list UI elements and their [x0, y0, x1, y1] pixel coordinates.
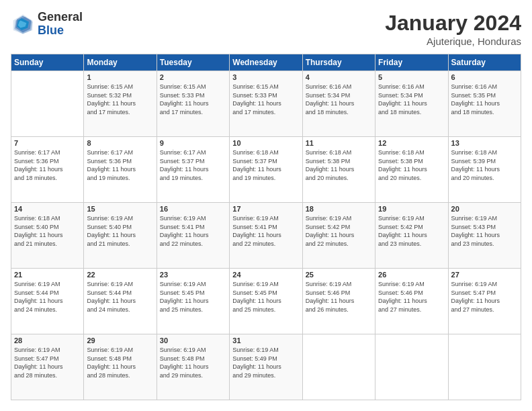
- day-number: 23: [160, 271, 226, 279]
- day-info: Sunrise: 6:19 AMSunset: 5:48 PMDaylight:…: [87, 346, 153, 379]
- header: General Blue January 2024 Ajuterique, Ho…: [11, 11, 521, 47]
- day-number: 15: [87, 205, 153, 213]
- day-info: Sunrise: 6:16 AMSunset: 5:35 PMDaylight:…: [451, 83, 518, 116]
- day-number: 14: [14, 205, 81, 213]
- calendar-cell: 16Sunrise: 6:19 AMSunset: 5:41 PMDayligh…: [157, 203, 229, 269]
- calendar-week-2: 7Sunrise: 6:17 AMSunset: 5:36 PMDaylight…: [11, 137, 521, 203]
- day-number: 3: [232, 73, 299, 81]
- location: Ajuterique, Honduras: [385, 36, 521, 47]
- calendar-cell: 28Sunrise: 6:19 AMSunset: 5:47 PMDayligh…: [11, 334, 84, 400]
- calendar-cell: 12Sunrise: 6:18 AMSunset: 5:38 PMDayligh…: [375, 137, 448, 203]
- calendar-cell: 26Sunrise: 6:19 AMSunset: 5:46 PMDayligh…: [375, 269, 448, 334]
- day-info: Sunrise: 6:18 AMSunset: 5:39 PMDaylight:…: [451, 148, 518, 182]
- calendar-cell: 7Sunrise: 6:17 AMSunset: 5:36 PMDaylight…: [11, 137, 84, 203]
- calendar-cell: 21Sunrise: 6:19 AMSunset: 5:44 PMDayligh…: [11, 269, 84, 334]
- day-info: Sunrise: 6:19 AMSunset: 5:46 PMDaylight:…: [378, 280, 445, 314]
- day-info: Sunrise: 6:19 AMSunset: 5:40 PMDaylight:…: [87, 214, 153, 248]
- day-number: 17: [232, 205, 299, 213]
- day-number: 5: [378, 73, 445, 81]
- logo-general-text: General: [38, 11, 83, 24]
- calendar-cell: 25Sunrise: 6:19 AMSunset: 5:46 PMDayligh…: [302, 269, 375, 334]
- day-number: 26: [378, 271, 445, 279]
- calendar-week-4: 21Sunrise: 6:19 AMSunset: 5:44 PMDayligh…: [11, 269, 521, 334]
- calendar-cell: [375, 334, 448, 400]
- calendar-cell: 11Sunrise: 6:18 AMSunset: 5:38 PMDayligh…: [302, 137, 375, 203]
- day-info: Sunrise: 6:15 AMSunset: 5:32 PMDaylight:…: [87, 83, 153, 116]
- calendar-cell: 15Sunrise: 6:19 AMSunset: 5:40 PMDayligh…: [84, 203, 157, 269]
- calendar-cell: 1Sunrise: 6:15 AMSunset: 5:32 PMDaylight…: [84, 71, 157, 137]
- day-info: Sunrise: 6:18 AMSunset: 5:37 PMDaylight:…: [232, 148, 299, 182]
- day-number: 16: [160, 205, 226, 213]
- calendar-header-row: Sunday Monday Tuesday Wednesday Thursday…: [11, 54, 521, 71]
- calendar-cell: 10Sunrise: 6:18 AMSunset: 5:37 PMDayligh…: [230, 137, 302, 203]
- calendar-cell: 5Sunrise: 6:16 AMSunset: 5:34 PMDaylight…: [375, 71, 448, 137]
- day-number: 4: [306, 73, 372, 81]
- calendar-cell: [302, 334, 375, 400]
- day-info: Sunrise: 6:19 AMSunset: 5:43 PMDaylight:…: [451, 214, 518, 248]
- col-friday: Friday: [375, 54, 448, 71]
- day-info: Sunrise: 6:19 AMSunset: 5:46 PMDaylight:…: [306, 280, 372, 314]
- day-info: Sunrise: 6:17 AMSunset: 5:36 PMDaylight:…: [87, 148, 153, 182]
- day-number: 21: [14, 271, 81, 279]
- day-number: 12: [378, 139, 445, 147]
- day-info: Sunrise: 6:16 AMSunset: 5:34 PMDaylight:…: [378, 83, 445, 116]
- day-info: Sunrise: 6:15 AMSunset: 5:33 PMDaylight:…: [160, 83, 226, 116]
- calendar-cell: 27Sunrise: 6:19 AMSunset: 5:47 PMDayligh…: [448, 269, 521, 334]
- day-info: Sunrise: 6:19 AMSunset: 5:41 PMDaylight:…: [232, 214, 299, 248]
- calendar-cell: 31Sunrise: 6:19 AMSunset: 5:49 PMDayligh…: [230, 334, 302, 400]
- day-number: 13: [451, 139, 518, 147]
- day-number: 8: [87, 139, 153, 147]
- calendar-cell: 30Sunrise: 6:19 AMSunset: 5:48 PMDayligh…: [157, 334, 229, 400]
- col-tuesday: Tuesday: [157, 54, 229, 71]
- day-info: Sunrise: 6:15 AMSunset: 5:33 PMDaylight:…: [232, 83, 299, 116]
- day-info: Sunrise: 6:19 AMSunset: 5:47 PMDaylight:…: [451, 280, 518, 314]
- day-number: 29: [87, 336, 153, 345]
- calendar-week-5: 28Sunrise: 6:19 AMSunset: 5:47 PMDayligh…: [11, 334, 521, 400]
- col-saturday: Saturday: [448, 54, 521, 71]
- day-number: 25: [306, 271, 372, 279]
- day-info: Sunrise: 6:19 AMSunset: 5:42 PMDaylight:…: [306, 214, 372, 248]
- calendar-table: Sunday Monday Tuesday Wednesday Thursday…: [11, 54, 521, 400]
- day-number: 7: [14, 139, 81, 147]
- day-info: Sunrise: 6:17 AMSunset: 5:36 PMDaylight:…: [14, 148, 81, 182]
- logo: General Blue: [11, 11, 83, 38]
- month-title: January 2024: [385, 11, 521, 36]
- col-thursday: Thursday: [302, 54, 375, 71]
- calendar-cell: 18Sunrise: 6:19 AMSunset: 5:42 PMDayligh…: [302, 203, 375, 269]
- calendar-cell: 2Sunrise: 6:15 AMSunset: 5:33 PMDaylight…: [157, 71, 229, 137]
- logo-blue-text: Blue: [38, 24, 83, 38]
- day-info: Sunrise: 6:19 AMSunset: 5:49 PMDaylight:…: [232, 346, 299, 379]
- calendar-cell: [448, 334, 521, 400]
- col-monday: Monday: [84, 54, 157, 71]
- day-info: Sunrise: 6:16 AMSunset: 5:34 PMDaylight:…: [306, 83, 372, 116]
- calendar-cell: 20Sunrise: 6:19 AMSunset: 5:43 PMDayligh…: [448, 203, 521, 269]
- day-info: Sunrise: 6:19 AMSunset: 5:45 PMDaylight:…: [160, 280, 226, 314]
- day-info: Sunrise: 6:19 AMSunset: 5:44 PMDaylight:…: [14, 280, 81, 314]
- title-block: January 2024 Ajuterique, Honduras: [385, 11, 521, 47]
- calendar-week-1: 1Sunrise: 6:15 AMSunset: 5:32 PMDaylight…: [11, 71, 521, 137]
- col-sunday: Sunday: [11, 54, 84, 71]
- calendar-cell: 13Sunrise: 6:18 AMSunset: 5:39 PMDayligh…: [448, 137, 521, 203]
- day-number: 11: [306, 139, 372, 147]
- day-number: 30: [160, 336, 226, 345]
- calendar-week-3: 14Sunrise: 6:18 AMSunset: 5:40 PMDayligh…: [11, 203, 521, 269]
- day-number: 9: [160, 139, 226, 147]
- day-number: 20: [451, 205, 518, 213]
- calendar-cell: [11, 71, 84, 137]
- day-info: Sunrise: 6:18 AMSunset: 5:38 PMDaylight:…: [306, 148, 372, 182]
- calendar-cell: 17Sunrise: 6:19 AMSunset: 5:41 PMDayligh…: [230, 203, 302, 269]
- day-info: Sunrise: 6:18 AMSunset: 5:40 PMDaylight:…: [14, 214, 81, 248]
- day-info: Sunrise: 6:18 AMSunset: 5:38 PMDaylight:…: [378, 148, 445, 182]
- day-info: Sunrise: 6:17 AMSunset: 5:37 PMDaylight:…: [160, 148, 226, 182]
- day-number: 27: [451, 271, 518, 279]
- page: General Blue January 2024 Ajuterique, Ho…: [0, 0, 532, 411]
- calendar-cell: 3Sunrise: 6:15 AMSunset: 5:33 PMDaylight…: [230, 71, 302, 137]
- day-number: 18: [306, 205, 372, 213]
- calendar-cell: 22Sunrise: 6:19 AMSunset: 5:44 PMDayligh…: [84, 269, 157, 334]
- day-number: 28: [14, 336, 81, 345]
- day-number: 10: [232, 139, 299, 147]
- calendar-cell: 6Sunrise: 6:16 AMSunset: 5:35 PMDaylight…: [448, 71, 521, 137]
- day-number: 24: [232, 271, 299, 279]
- day-info: Sunrise: 6:19 AMSunset: 5:45 PMDaylight:…: [232, 280, 299, 314]
- day-info: Sunrise: 6:19 AMSunset: 5:48 PMDaylight:…: [160, 346, 226, 379]
